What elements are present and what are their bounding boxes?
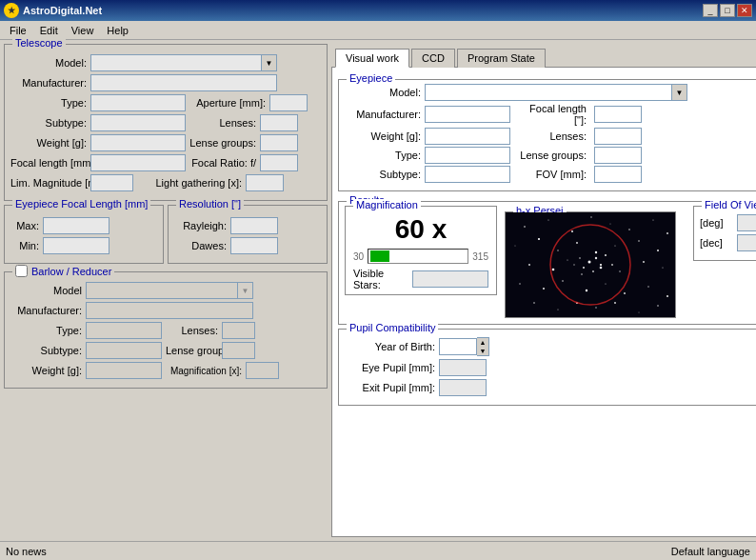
ep-weight-input[interactable]: 0 [425, 128, 510, 145]
svg-point-36 [595, 307, 596, 308]
eyepiece-focal-group: Eyepiece Focal Length [mm] Max: 80,5 Min… [4, 205, 164, 264]
type-input[interactable]: REFLECTOR [90, 94, 186, 111]
menu-edit[interactable]: Edit [34, 23, 64, 38]
lim-magnitude-input[interactable]: 13,4 [90, 174, 133, 191]
status-right: Default language [671, 546, 750, 557]
year-down-btn[interactable]: ▼ [477, 347, 488, 355]
eyepiece-section: Eyepiece Model: Pentax XW 40mm ▼ [338, 79, 756, 191]
slider-container: 30 315 [353, 249, 488, 264]
svg-point-14 [614, 245, 615, 246]
visible-stars-input[interactable]: 5700000 [412, 270, 488, 288]
year-spinner-btns: ▲ ▼ [477, 337, 489, 356]
barlow-model-container: Please, select a barlow... ▼ [86, 282, 253, 299]
ep-lensegroups-label: Lense groups: [514, 150, 590, 161]
slider-max: 315 [472, 251, 488, 262]
weight-input[interactable]: 8500 [90, 134, 186, 151]
title-bar: ★ AstroDigital.Net _ □ ✕ [0, 0, 756, 21]
model-label: Model: [10, 57, 87, 69]
menu-help[interactable]: Help [101, 23, 134, 38]
year-up-btn[interactable]: ▲ [477, 338, 488, 347]
year-row: Year of Birth: 1967 ▲ ▼ [345, 337, 756, 356]
menu-file[interactable]: File [4, 23, 32, 38]
svg-point-32 [666, 295, 668, 297]
year-input[interactable]: 1967 [439, 338, 477, 355]
rayleigh-row: Rayleigh: 0,66 [174, 217, 321, 234]
barlow-lenses-input [222, 322, 255, 339]
rayleigh-input[interactable]: 0,66 [230, 217, 278, 234]
ep-type-input[interactable]: Extra Dispersion [425, 147, 510, 164]
svg-point-3 [571, 230, 573, 232]
barlow-model-row: Model Please, select a barlow... ▼ [10, 282, 321, 299]
type-aperture-row: Type: REFLECTOR Aperture [mm]: 210 [10, 94, 321, 111]
svg-point-5 [610, 224, 611, 225]
maximize-button[interactable]: □ [720, 4, 735, 17]
barlow-mfr-label: Manufacturer: [10, 305, 82, 316]
manufacturer-input[interactable]: Takahashi [90, 74, 277, 91]
svg-point-13 [595, 251, 597, 253]
type-label: Type: [10, 97, 87, 109]
svg-point-48 [573, 264, 574, 265]
ep-focal-input[interactable]: 40 [594, 106, 642, 123]
telescope-model-arrow[interactable]: ▼ [262, 54, 277, 71]
svg-point-37 [614, 302, 616, 304]
ep-fov-input[interactable]: 70 [594, 166, 642, 183]
magnitude-row: Lim. Magnitude [mag]: 13,4 Light gatheri… [10, 174, 321, 191]
svg-point-23 [643, 261, 645, 263]
eyepiece-section-title: Eyepiece [347, 72, 395, 84]
aperture-input[interactable]: 210 [269, 94, 308, 111]
barlow-subtype-input [86, 342, 162, 359]
ep-lenses-input[interactable]: 6 [594, 128, 642, 145]
focal-ratio-input[interactable]: 11,5 [260, 154, 298, 171]
ep-model-arrow[interactable]: ▼ [672, 84, 687, 101]
year-spinner: 1967 ▲ ▼ [439, 337, 489, 356]
fov-pupil-container: Field Of View [deg] 1° 9' 34" [dec] 1,16 [689, 206, 756, 265]
lenses-input[interactable]: 0 [260, 114, 298, 131]
telescope-model-input[interactable]: Takahashi Mewlon 210 (f/11.5) [90, 54, 262, 71]
lense-groups-label: Lense groups: [189, 137, 256, 149]
ep-lensegroups-input[interactable]: 5 [594, 147, 642, 164]
focal-min-input[interactable]: 7,7 [43, 237, 109, 254]
barlow-checkbox[interactable] [15, 265, 28, 277]
svg-point-29 [605, 283, 606, 284]
exit-pupil-row: Exit Pupil [mm]: 3,5 [345, 379, 756, 396]
barlow-lensegroups-input [222, 342, 255, 359]
ep-mfr-label: Manufacturer: [345, 109, 421, 120]
pupil-section: Pupil Compatibility Year of Birth: 1967 … [338, 329, 756, 406]
barlow-weight-label: Weight [g]: [10, 365, 82, 376]
focal-length-input[interactable]: 2415 [90, 154, 186, 171]
svg-point-6 [628, 229, 630, 230]
lense-groups-input[interactable]: 0 [260, 134, 298, 151]
focal-max-input[interactable]: 80,5 [43, 217, 109, 234]
svg-point-8 [666, 232, 668, 234]
svg-point-10 [538, 238, 540, 240]
tab-visual-work[interactable]: Visual work [335, 49, 409, 68]
resolution-group: Resolution ["] Rayleigh: 0,66 Dawes: 0,5… [168, 205, 328, 264]
ep-subtype-input[interactable] [425, 166, 510, 183]
weight-label: Weight [g]: [10, 137, 87, 149]
menu-view[interactable]: View [66, 23, 100, 38]
light-gathering-input[interactable]: 900 [246, 174, 284, 191]
tab-ccd[interactable]: CCD [411, 49, 455, 68]
slider-track[interactable] [368, 249, 468, 264]
focal-min-row: Min: 7,7 [10, 237, 157, 254]
tab-program-state[interactable]: Program State [457, 49, 546, 68]
barlow-model-label: Model [10, 285, 82, 296]
fov-deg-input[interactable]: 1° 9' 34" [737, 214, 756, 231]
minimize-button[interactable]: _ [703, 4, 718, 17]
lim-magnitude-label: Lim. Magnitude [mag]: [10, 177, 87, 189]
svg-point-26 [543, 288, 545, 290]
fov-dec-input[interactable]: 1,16 [737, 234, 756, 251]
fov-deg-label: [deg] [700, 217, 733, 229]
dawes-input[interactable]: 0,56 [230, 237, 278, 254]
close-button[interactable]: ✕ [737, 4, 752, 17]
ep-model-input[interactable]: Pentax XW 40mm [425, 84, 672, 101]
rayleigh-label: Rayleigh: [174, 220, 227, 231]
svg-point-1 [524, 226, 526, 228]
status-bar: No news Default language [0, 541, 756, 560]
eye-pupil-input[interactable]: 5,9 [439, 359, 487, 376]
ep-mfr-input[interactable]: Pentax [425, 106, 510, 123]
telescope-title: Telescope [12, 37, 66, 49]
subtype-input[interactable]: Dall Kirkham [90, 114, 186, 131]
lenses-label: Lenses: [189, 117, 256, 129]
exit-pupil-input[interactable]: 3,5 [439, 379, 487, 396]
